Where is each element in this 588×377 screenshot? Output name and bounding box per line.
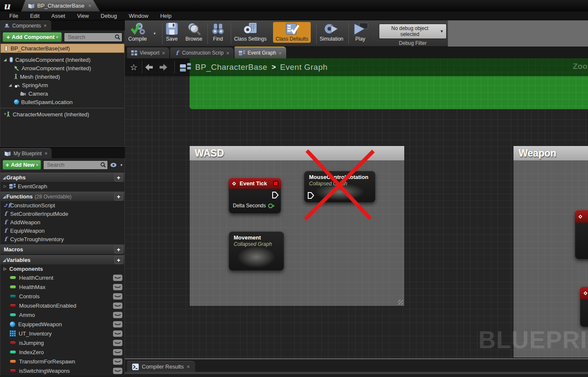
tab-viewport[interactable]: Viewport ×	[127, 47, 169, 58]
function-row[interactable]: ⤴f ConstructionScript	[0, 201, 124, 209]
variable-visibility-eye-icon[interactable]	[113, 321, 122, 327]
function-row[interactable]: f EquipWeapon	[0, 226, 124, 235]
variable-row[interactable]: Controls	[0, 292, 124, 301]
breadcrumb-current[interactable]: Event Graph	[280, 63, 328, 72]
component-row-self[interactable]: BP_CharacterBase(self)	[0, 44, 124, 53]
macros-section-header[interactable]: Macros +	[0, 245, 124, 254]
tab-close-icon[interactable]: ×	[279, 50, 282, 56]
visibility-filter-button[interactable]: ▾	[110, 162, 122, 168]
component-row-springarm[interactable]: ◢ SpringArm	[0, 81, 124, 89]
variable-visibility-eye-icon[interactable]	[113, 312, 122, 318]
node-movement[interactable]: Movement Collapsed Graph	[229, 231, 284, 271]
variable-visibility-eye-icon[interactable]	[113, 330, 122, 337]
variables-section-header[interactable]: ◢ Variables +	[0, 255, 124, 264]
menu-edit[interactable]: Edit	[25, 12, 44, 20]
nav-forward-icon[interactable]	[159, 64, 170, 71]
comment-resize-grip[interactable]	[398, 300, 403, 305]
play-button[interactable]: Play	[352, 22, 369, 42]
component-row-capsule[interactable]: ◢ CapsuleComponent (Inherited)	[0, 55, 124, 64]
add-component-button[interactable]: + Add Component ▾	[3, 32, 62, 42]
my-blueprint-tab-close-icon[interactable]: ×	[44, 150, 48, 157]
add-function-button[interactable]: +	[114, 193, 123, 201]
variable-row[interactable]: HealthMax	[0, 282, 124, 292]
variable-row[interactable]: TransformForRespawn	[0, 357, 124, 366]
event-graph-canvas[interactable]: ☆ BP_CharacterBase > Event Graph Zoom WA…	[125, 58, 588, 359]
variable-row[interactable]: EquippedWeapon	[0, 319, 124, 329]
node-clipped-event-1[interactable]	[575, 210, 588, 259]
comment-box-wasd[interactable]: WASD	[190, 146, 404, 306]
component-row-mesh[interactable]: Mesh (Inherited)	[0, 72, 124, 81]
graph-row-eventgraph[interactable]: ▷ EventGraph	[0, 182, 124, 190]
component-row-arrow[interactable]: ArrowComponent (Inherited)	[0, 64, 124, 72]
unreal-engine-logo-icon[interactable]: u	[3, 0, 19, 11]
menu-debug[interactable]: Debug	[96, 12, 122, 20]
tab-close-icon[interactable]: ×	[162, 50, 165, 56]
comment-weapon-header[interactable]: Weapon	[513, 146, 588, 160]
variable-visibility-eye-icon[interactable]	[113, 275, 122, 281]
tab-event-graph[interactable]: Event Graph ×	[235, 47, 286, 58]
collapsed-expander-icon[interactable]: ▷	[3, 184, 7, 188]
node-clipped-event-2[interactable]	[580, 287, 588, 327]
variable-row[interactable]: MouseRotationEnabled	[0, 301, 124, 310]
collapsed-expander-icon[interactable]: ▷	[3, 267, 7, 271]
menu-asset[interactable]: Asset	[46, 12, 70, 20]
variable-visibility-eye-icon[interactable]	[113, 293, 122, 300]
function-row[interactable]: f SetControllerInputMode	[0, 209, 124, 218]
simulation-button[interactable]: Simulation	[320, 22, 343, 42]
add-graph-button[interactable]: +	[114, 174, 123, 182]
variable-visibility-eye-icon[interactable]	[113, 358, 122, 365]
tab-components[interactable]: Components ×	[0, 20, 51, 30]
breadcrumb-root[interactable]: BP_CharacterBase	[195, 63, 268, 72]
bookmark-star-icon[interactable]: ☆	[128, 62, 139, 72]
expander-icon[interactable]: ◢	[8, 83, 12, 87]
menu-view[interactable]: View	[72, 12, 94, 20]
nav-back-icon[interactable]	[145, 64, 156, 71]
tab-close-icon[interactable]: ×	[226, 50, 229, 56]
node-mouse-control-rotation[interactable]: MouseControlRotation Collapsed Graph	[304, 171, 375, 203]
variable-visibility-eye-icon[interactable]	[113, 284, 122, 290]
debug-object-dropdown[interactable]: No debug object selected ▼	[379, 24, 447, 39]
compile-options-chevron-icon[interactable]: ▾	[154, 31, 156, 36]
variable-visibility-eye-icon[interactable]	[113, 349, 122, 355]
save-button[interactable]: Save	[165, 22, 179, 42]
function-row[interactable]: f AddWeapon	[0, 218, 124, 226]
exec-output-pin[interactable]	[272, 191, 279, 199]
class-defaults-button[interactable]: Class Defaults	[273, 22, 311, 43]
asset-window-tab[interactable]: BP_CharacterBase ×	[21, 0, 100, 11]
function-row[interactable]: f CycleTroughInventory	[0, 235, 124, 243]
find-button[interactable]: Find	[210, 22, 226, 42]
variable-row[interactable]: isJumping	[0, 338, 124, 347]
tab-construction-script[interactable]: f Construction Scrip ×	[170, 47, 234, 58]
tab-my-blueprint[interactable]: My Blueprint ×	[0, 148, 52, 158]
component-row-camera[interactable]: Camera	[0, 89, 124, 98]
variable-visibility-eye-icon[interactable]	[113, 303, 122, 309]
functions-section-header[interactable]: ◢ Functions (28 Overridable) +	[0, 192, 124, 201]
variable-visibility-eye-icon[interactable]	[113, 340, 122, 346]
components-tab-close-icon[interactable]: ×	[44, 22, 47, 29]
menu-file[interactable]: File	[4, 12, 23, 20]
component-row-charactermovement[interactable]: CharacterMovement (Inherited)	[0, 110, 124, 118]
comment-wasd-header[interactable]: WASD	[190, 146, 404, 160]
play-options-chevron-icon[interactable]: ▾	[373, 32, 375, 36]
variables-category-components[interactable]: ▷ Components	[0, 264, 124, 273]
add-variable-button[interactable]: +	[114, 256, 123, 264]
float-output-pin[interactable]	[268, 203, 275, 209]
tab-compiler-results[interactable]: Compiler Results ×	[127, 361, 195, 372]
compile-button[interactable]: Compile	[128, 22, 147, 42]
variable-row[interactable]: Ammo	[0, 310, 124, 319]
event-tick-header[interactable]: Event Tick	[229, 178, 281, 189]
add-macro-button[interactable]: +	[114, 246, 123, 253]
node-event-tick[interactable]: Event Tick Delta Seconds	[229, 178, 281, 214]
variable-row[interactable]: isSwitchingWeapons	[0, 366, 124, 375]
my-blueprint-search-input[interactable]	[43, 160, 108, 170]
variable-visibility-eye-icon[interactable]	[113, 368, 122, 374]
exec-input-pin[interactable]	[307, 192, 314, 199]
add-new-button[interactable]: + Add New ▾	[3, 160, 41, 170]
graphs-section-header[interactable]: ◢ Graphs +	[0, 173, 124, 182]
variable-row[interactable]: HealthCurrent	[0, 273, 124, 282]
expander-icon[interactable]: ◢	[3, 58, 7, 62]
compiler-tab-close-icon[interactable]: ×	[187, 363, 190, 370]
class-settings-button[interactable]: Class Settings	[234, 22, 267, 42]
variable-row[interactable]: UT_Inventory	[0, 329, 124, 338]
menu-help[interactable]: Help	[155, 12, 177, 20]
